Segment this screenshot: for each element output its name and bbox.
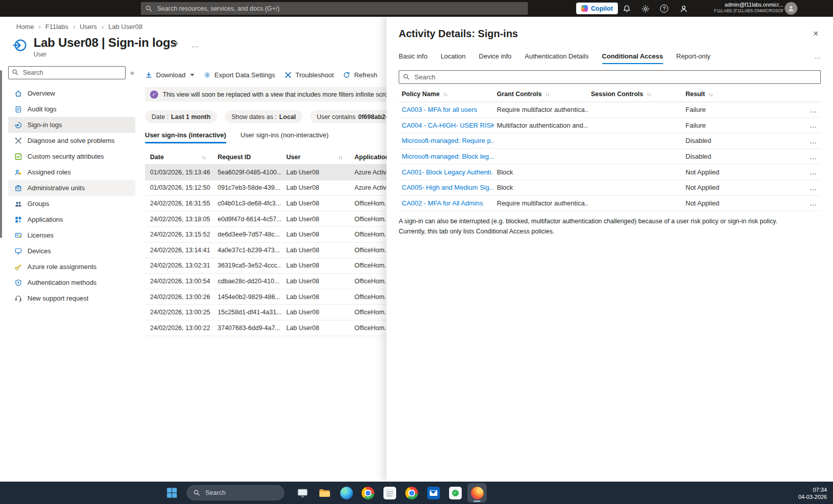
global-search[interactable]	[141, 2, 528, 15]
feedback-button[interactable]	[678, 4, 689, 14]
column-header-policy-name[interactable]: Policy Name ↑↓	[399, 91, 494, 98]
policy-result: Not Applied	[682, 199, 800, 207]
account-tenant: F11LABS (F11LABS.ONMICROSOFT...	[714, 8, 783, 14]
policy-link[interactable]: CA001- Block Legacy Authenti...	[399, 168, 494, 176]
tab-interactive-sign-ins[interactable]: User sign-ins (interactive)	[145, 131, 226, 143]
taskbar-app-notepad[interactable]	[380, 483, 399, 502]
row-more-button[interactable]: …	[800, 106, 821, 114]
taskbar-app-store[interactable]: ✓	[445, 483, 465, 502]
page-more-button[interactable]: …	[191, 42, 199, 47]
home-icon	[14, 90, 22, 98]
column-header-result[interactable]: Result ↑↓	[682, 91, 800, 98]
tab-basic-info[interactable]: Basic info	[399, 52, 427, 64]
sidebar-item-custom-security-attributes[interactable]: Custom security attributes	[8, 149, 135, 164]
policy-result: Disabled	[682, 137, 800, 144]
policy-result: Not Applied	[682, 168, 800, 176]
tabs-overflow-button[interactable]: …	[814, 52, 821, 64]
account-menu[interactable]: admin@f11labs.onmicr... F11LABS (F11LABS…	[714, 2, 783, 14]
pin-icon[interactable]	[171, 41, 179, 49]
sidebar-collapse-button[interactable]: «	[130, 69, 135, 77]
sidebar-item-diagnose[interactable]: Diagnose and solve problems	[8, 133, 135, 149]
row-more-button[interactable]: …	[800, 137, 821, 145]
page-scrollbar[interactable]	[0, 70, 2, 238]
column-header-user[interactable]: User ↑↓	[281, 154, 349, 161]
taskbar-app-chrome-2[interactable]	[402, 483, 421, 502]
policy-result: Failure	[682, 106, 800, 113]
policy-row: CA001- Block Legacy Authenti... Block No…	[399, 164, 821, 180]
global-search-input[interactable]	[156, 5, 523, 13]
avatar[interactable]	[785, 2, 797, 15]
help-button[interactable]: ?	[659, 4, 670, 14]
tab-device-info[interactable]: Device info	[479, 52, 512, 64]
breadcrumb: Home › F11labs › Users › Lab User08	[0, 17, 142, 36]
taskbar-app-chrome[interactable]	[358, 483, 377, 502]
sidebar-item-administrative-units[interactable]: Administrative units	[8, 180, 135, 196]
tab-conditional-access[interactable]: Conditional Access	[602, 52, 663, 64]
row-more-button[interactable]: …	[800, 153, 821, 161]
taskbar-search-input[interactable]	[204, 489, 278, 497]
sidebar-item-sign-in-logs[interactable]: Sign-in logs	[8, 117, 135, 133]
sidebar-item-licenses[interactable]: Licenses	[8, 227, 135, 243]
sidebar-search-input[interactable]	[8, 66, 126, 79]
settings-button[interactable]	[640, 4, 651, 14]
sidebar-item-authentication-methods[interactable]: Authentication methods	[8, 275, 135, 290]
policy-link[interactable]: Microsoft-managed: Require p...	[399, 137, 494, 144]
sort-icon: ↑↓	[201, 155, 205, 160]
sidebar-item-azure-role-assignments[interactable]: Azure role assignments	[8, 259, 135, 275]
sidebar-item-applications[interactable]: Applications	[8, 212, 135, 227]
clock-time: 07:34	[798, 486, 827, 493]
policy-link[interactable]: CA002 - MFA for All Admins	[399, 199, 494, 207]
filter-user[interactable]: User contains 0f698ab2-...	[310, 110, 400, 123]
breadcrumb-home[interactable]: Home	[16, 23, 34, 31]
sidebar-item-assigned-roles[interactable]: Assigned roles	[8, 164, 135, 180]
notepad-icon	[383, 487, 396, 499]
tab-authentication-details[interactable]: Authentication Details	[525, 52, 589, 64]
taskbar-clock[interactable]: 07:34 04-03-2026	[798, 486, 827, 501]
sidebar-item-groups[interactable]: Groups	[8, 196, 135, 212]
policy-link[interactable]: CA003 - MFA for all users	[399, 106, 494, 113]
breadcrumb-f11labs[interactable]: F11labs	[45, 23, 68, 31]
policy-link[interactable]: CA005- High and Medium Sig...	[399, 184, 494, 191]
gear-icon	[203, 71, 211, 79]
row-more-button[interactable]: …	[800, 121, 821, 129]
taskbar-search[interactable]	[187, 485, 284, 500]
tab-non-interactive-sign-ins[interactable]: User sign-ins (non-interactive)	[241, 131, 329, 143]
policy-link[interactable]: Microsoft-managed: Block leg...	[399, 153, 494, 160]
download-button[interactable]: Download	[145, 71, 194, 79]
troubleshoot-button[interactable]: Troubleshoot	[284, 71, 334, 79]
column-header-request-id[interactable]: Request ID	[213, 154, 281, 161]
sidebar-item-overview[interactable]: Overview	[8, 85, 135, 101]
filter-date[interactable]: Date : Last 1 month	[145, 110, 217, 123]
tab-report-only[interactable]: Report-only	[676, 52, 710, 64]
taskbar-app-desktop[interactable]	[293, 483, 312, 502]
taskbar-app-file-explorer[interactable]	[315, 483, 334, 502]
tab-location[interactable]: Location	[440, 52, 465, 64]
panel-search-input[interactable]	[399, 70, 821, 84]
copilot-button[interactable]: Copilot	[576, 3, 618, 14]
column-header-date[interactable]: Date ↑↓	[145, 154, 213, 161]
policy-table-header: Policy Name ↑↓ Grant Controls ↑↓ Session…	[399, 86, 821, 102]
taskbar-app-outlook[interactable]	[424, 483, 443, 502]
column-header-session-controls[interactable]: Session Controls ↑↓	[588, 91, 682, 98]
close-button[interactable]: ✕	[811, 27, 821, 40]
row-more-button[interactable]: …	[800, 184, 821, 192]
sort-icon: ↑↓	[647, 92, 651, 97]
column-header-grant-controls[interactable]: Grant Controls ↑↓	[494, 91, 588, 98]
start-button[interactable]	[166, 487, 177, 498]
sign-in-logs-icon	[14, 121, 22, 129]
taskbar-app-firefox[interactable]	[467, 483, 487, 502]
sidebar-item-audit-logs[interactable]: Audit logs	[8, 101, 135, 117]
breadcrumb-users[interactable]: Users	[80, 23, 97, 31]
sidebar-item-new-support-request[interactable]: New support request	[8, 290, 135, 306]
row-more-button[interactable]: …	[800, 199, 821, 207]
export-data-settings-button[interactable]: Export Data Settings	[203, 71, 275, 79]
policy-link[interactable]: CA004 - CA-HIGH- USER RISK-...	[399, 122, 494, 129]
breadcrumb-current[interactable]: Lab User08	[108, 23, 142, 31]
filter-show-dates-as[interactable]: Show dates as : Local	[225, 110, 303, 123]
sidebar-item-devices[interactable]: Devices	[8, 243, 135, 259]
taskbar-app-edge[interactable]	[337, 483, 356, 502]
notifications-button[interactable]	[621, 4, 632, 14]
search-icon	[403, 73, 410, 80]
refresh-button[interactable]: Refresh	[343, 71, 377, 79]
row-more-button[interactable]: …	[800, 168, 821, 176]
